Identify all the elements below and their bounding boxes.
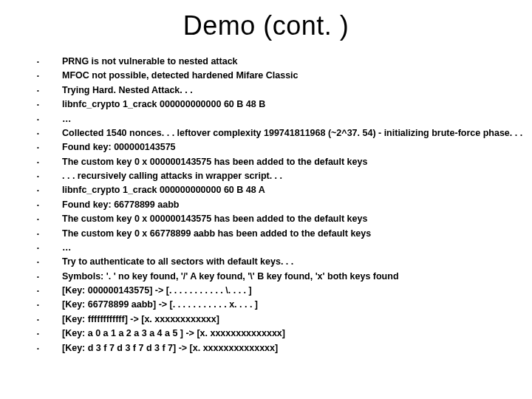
list-item: Found key: 66778899 aabb (37, 198, 517, 212)
list-item: The custom key 0 x 000000143575 has been… (37, 155, 517, 169)
list-item: MFOC not possible, detected hardened Mif… (37, 69, 517, 83)
list-item: Found key: 000000143575 (37, 140, 517, 154)
list-item: [Key: ffffffffffff] -> [x. xxxxxxxxxxxx] (37, 313, 517, 327)
list-item: . . . recursively calling attacks in wra… (37, 169, 517, 183)
list-item: libnfc_crypto 1_crack 000000000000 60 B … (37, 98, 517, 112)
list-item: [Key: d 3 f 7 d 3 f 7 d 3 f 7] -> [x. xx… (37, 341, 517, 355)
list-item: … (37, 241, 517, 255)
list-item: Try to authenticate to all sectors with … (37, 255, 517, 269)
list-item: Symbols: '. ' no key found, '/' A key fo… (37, 270, 517, 284)
list-item: [Key: 000000143575] -> [. . . . . . . . … (37, 284, 517, 298)
list-item: libnfc_crypto 1_crack 000000000000 60 B … (37, 183, 517, 197)
list-item: Collected 1540 nonces. . . leftover comp… (37, 126, 517, 140)
slide-title: Demo (cont. ) (15, 10, 517, 41)
list-item: The custom key 0 x 66778899 aabb has bee… (37, 227, 517, 241)
bullet-list: PRNG is not vulnerable to nested attack … (15, 55, 517, 355)
list-item: [Key: 66778899 aabb] -> [. . . . . . . .… (37, 298, 517, 312)
list-item: … (37, 112, 517, 126)
list-item: The custom key 0 x 000000143575 has been… (37, 212, 517, 226)
list-item: [Key: a 0 a 1 a 2 a 3 a 4 a 5 ] -> [x. x… (37, 327, 517, 341)
list-item: Trying Hard. Nested Attack. . . (37, 83, 517, 98)
list-item: PRNG is not vulnerable to nested attack (37, 55, 517, 69)
slide: Demo (cont. ) PRNG is not vulnerable to … (0, 0, 532, 399)
